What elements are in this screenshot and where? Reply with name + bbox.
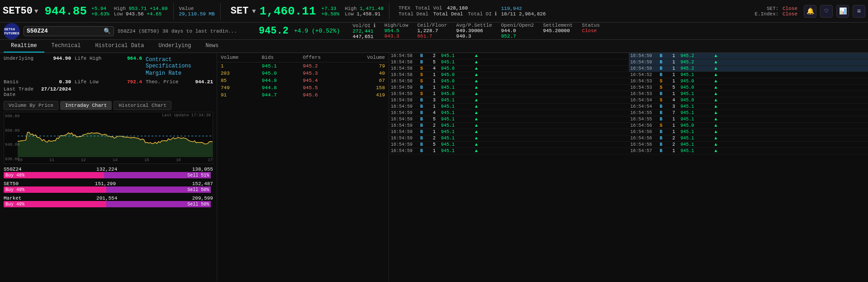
ob-vol-bid: 749 — [221, 85, 262, 91]
hl-col: High/Low 954.5 943.3 — [384, 23, 408, 39]
trade-row: 16:54:58 B 2 945.1 ▲ — [389, 53, 629, 59]
trade-side: B — [660, 129, 667, 134]
orderbook-rows: 1 945.1 945.2 79 203 945.0 945.3 40 85 9… — [217, 62, 389, 99]
last-trade-row: Last Trade Date 27/12/2024 — [4, 86, 71, 97]
trade-time: 16:54:54 — [631, 104, 660, 109]
trade-row: 16:54:57 B 1 945.1 ▲ — [629, 148, 868, 154]
trade-row: 16:54:56 B 2 945.1 ▲ — [629, 142, 868, 148]
tab-news[interactable]: News — [198, 40, 226, 53]
trade-qty: 5 — [427, 142, 441, 147]
trade-price: 945.1 — [441, 53, 475, 58]
hl-label: High/Low — [384, 23, 408, 28]
chart-icon[interactable]: 📊 — [836, 5, 849, 18]
trade-side: B — [660, 104, 667, 109]
trade-qty: 1 — [667, 79, 681, 84]
orderbook-row: 749 944.8 945.5 158 — [217, 84, 389, 91]
trade-side: S — [420, 79, 427, 84]
eindex-status-row: E.Index: Close — [755, 11, 797, 17]
set-block: SET ▼ 1,460.11 +7.33 +0.50% High 1,471.4… — [231, 5, 384, 18]
trade-arrow-icon: ▲ — [715, 53, 722, 58]
trade-arrow-icon: ▲ — [715, 142, 722, 147]
info-grid: Underlying 944.90 Life High 964.6 Contra… — [4, 56, 213, 97]
sep1 — [173, 3, 174, 19]
trade-time: 16:54:52 — [631, 72, 660, 77]
high2-val: 1,471.48 — [360, 6, 384, 11]
chart-tab-volume[interactable]: Volume By Price — [4, 101, 58, 110]
ob-header-vol: Volume — [221, 55, 262, 60]
deal-numbers: 119,942 18/11 2,984,826 — [501, 6, 546, 17]
last-trade-label: Last Trade Date — [4, 86, 41, 97]
tab-realtime[interactable]: Realtime — [4, 40, 44, 53]
high-f: 954.5 — [384, 28, 408, 33]
vol-bar: Buy 49% Sell 50% — [4, 186, 213, 193]
trade-side: S — [420, 66, 427, 71]
trade-qty: 1 — [667, 66, 681, 71]
high1-val: 953.71 — [129, 6, 147, 11]
trade-side: B — [660, 117, 667, 122]
chart-tab-intraday[interactable]: Intraday Chart — [60, 101, 112, 110]
contract-name[interactable]: S50Z24 — [27, 28, 104, 34]
trade-qty: 2 — [427, 136, 441, 141]
underlying-val: 944.90 — [53, 56, 71, 77]
futures-price: 945.2 — [259, 25, 289, 37]
ob-vol-ask: 40 — [344, 71, 385, 76]
symbol2-name[interactable]: SET — [231, 5, 249, 17]
trade-time: 16:54:56 — [631, 136, 660, 141]
trade-side: B — [420, 104, 427, 109]
volume-section: S50Z24 132,224 138,055 Buy 48% Sell 51% … — [4, 167, 213, 207]
trade-qty: 1 — [427, 79, 441, 84]
tfex-label: TFEX Total Vol 428,180 — [398, 5, 497, 11]
trade-side: B — [420, 142, 427, 147]
menu-icon[interactable]: ≡ — [853, 5, 865, 18]
total-deal-num: 119,942 — [501, 6, 546, 11]
tab-underlying[interactable]: Underlying — [151, 40, 198, 53]
trade-row: 16:54:59 B 3 945.1 ▲ — [389, 97, 629, 104]
trade-arrow-icon: ▲ — [715, 60, 722, 65]
trade-qty: 5 — [427, 117, 441, 122]
bell-icon[interactable]: 🔔 — [804, 5, 816, 18]
high2-row: High 1,471.48 — [345, 6, 384, 11]
tab-historical[interactable]: Historical Data — [88, 40, 151, 53]
trade-side: B — [420, 60, 427, 65]
trade-side: S — [420, 72, 427, 77]
trade-price: 945.1 — [441, 129, 475, 134]
heart-icon[interactable]: ♡ — [820, 5, 833, 18]
status-col: Status Close — [582, 23, 600, 39]
trade-arrow-icon: ▲ — [715, 123, 722, 128]
futures-logo: SET50FUTURES — [4, 23, 20, 39]
trade-time: 16:54:59 — [391, 85, 420, 90]
trade-row: 16:54:59 B 5 945.1 ▲ — [389, 116, 629, 123]
trade-side: B — [420, 110, 427, 115]
trade-side: B — [660, 110, 667, 115]
trade-side: S — [660, 85, 667, 90]
symbol2-dropdown[interactable]: ▼ — [252, 8, 256, 15]
trade-arrow-icon: ▲ — [475, 85, 482, 90]
life-low-row: Life Low 792.4 — [75, 79, 142, 85]
trade-price: 945.1 — [681, 72, 715, 77]
vol-buy-num: 132,224 — [96, 167, 117, 172]
trade-qty: 1 — [667, 72, 681, 77]
trade-price: 945.2 — [681, 66, 715, 71]
symbol1-dropdown[interactable]: ▼ — [34, 8, 38, 15]
trade-arrow-icon: ▲ — [475, 104, 482, 109]
floor-val: 661.7 — [417, 33, 447, 39]
main-content: Underlying 944.90 Life High 964.6 Contra… — [0, 53, 868, 282]
trade-price: 945.1 — [681, 117, 715, 122]
margin-rate-link[interactable]: Margin Rate — [146, 70, 213, 76]
vol-bar-sell: Sell 50% — [106, 186, 211, 193]
chart-tabs: Volume By Price Intraday Chart Historica… — [4, 101, 213, 110]
trade-time: 16:54:54 — [631, 98, 660, 103]
settlement-val: 945.20000 — [543, 28, 573, 33]
search-icon[interactable]: 🔍 — [104, 28, 111, 35]
trade-qty: 1 — [667, 117, 681, 122]
tab-technical[interactable]: Technical — [44, 40, 88, 53]
status-block: SET: Close E.Index: Close — [755, 6, 797, 17]
contract-spec-link[interactable]: Contract Specifications — [146, 57, 213, 69]
trade-qty: 1 — [667, 60, 681, 65]
chart-tab-historical[interactable]: Historical Chart — [114, 101, 171, 110]
trade-row: 16:54:53 S 5 945.0 ▲ — [629, 85, 868, 91]
trades-right-col: 16:54:59 B 1 945.2 ▲ 16:54:59 B 1 945.2 … — [629, 53, 868, 282]
futures-search-box[interactable]: S50Z24 🔍 — [24, 26, 114, 36]
trade-qty: 4 — [427, 110, 441, 115]
symbol1-name[interactable]: SET50 — [3, 5, 33, 17]
